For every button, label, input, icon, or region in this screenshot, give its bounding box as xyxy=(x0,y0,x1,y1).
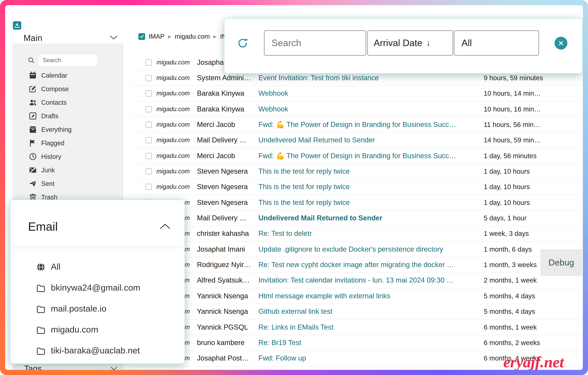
message-subject-link[interactable]: Fwd: 💪 The Power of Design in Branding f… xyxy=(258,121,484,129)
sidebar-item-label: History xyxy=(41,153,61,160)
message-subject-link[interactable]: Fwd: 💪 The Power of Design in Branding f… xyxy=(258,152,484,160)
message-checkbox[interactable] xyxy=(146,137,152,143)
message-row[interactable]: migadu.com Steven Ngesera This is the te… xyxy=(131,164,583,179)
sidebar-item-label: Contacts xyxy=(41,99,67,106)
imap-checkbox[interactable] xyxy=(138,33,145,40)
message-subject-link[interactable]: This is the test for reply twice xyxy=(258,199,484,207)
sidebar-item-compose[interactable]: Compose xyxy=(12,82,122,96)
sidebar-item-drafts[interactable]: Drafts xyxy=(12,109,122,123)
message-account: migadu.com xyxy=(157,152,195,159)
message-time: 2 months, 1 week xyxy=(484,276,583,284)
message-row[interactable]: migadu.com Yannick Nsenga Github externa… xyxy=(131,304,583,320)
message-sender: System Admini… xyxy=(197,74,256,82)
sidebar-item-label: Sent xyxy=(41,180,54,187)
message-subject-link[interactable]: Webhook xyxy=(258,89,484,98)
message-row[interactable]: migadu.com Steven Ngesera This is the te… xyxy=(131,195,583,210)
sidebar-item-label: Flagged xyxy=(41,139,64,147)
message-subject-link[interactable]: Re: Links in EMails Test xyxy=(258,323,484,331)
message-row[interactable]: migadu.com bruno kambere Re: Br19 Test 6… xyxy=(131,335,583,351)
message-time: 1 day, 10 hours xyxy=(484,183,583,191)
breadcrumb-account[interactable]: migadu.com xyxy=(175,33,210,40)
sidebar-search-input[interactable] xyxy=(38,54,98,67)
message-checkbox[interactable] xyxy=(146,184,152,190)
email-panel-header[interactable]: Email xyxy=(10,200,184,247)
message-row[interactable]: migadu.com Josaphat Imani Update .gitign… xyxy=(131,242,583,257)
message-subject-link[interactable]: Fwd: Follow up xyxy=(258,354,484,363)
message-row[interactable]: migadu.com Mail Delivery … Undelivered M… xyxy=(131,210,583,226)
close-button[interactable] xyxy=(555,37,567,49)
sort-button[interactable]: Arrival Date ↓ xyxy=(367,30,453,56)
message-subject-link[interactable]: Update .gitignore to exclude Docker's pe… xyxy=(258,245,484,254)
message-row[interactable]: migadu.com Mail Delivery … Undelivered M… xyxy=(131,132,583,148)
message-sender: Mail Delivery … xyxy=(197,214,256,222)
debug-button[interactable]: Debug xyxy=(540,249,582,276)
message-row[interactable]: migadu.com Alfred Syatsuk… Invitation: T… xyxy=(131,273,583,288)
email-folder-account[interactable]: tiki-baraka@uaclab.net xyxy=(10,340,184,361)
message-subject-link[interactable]: Webhook xyxy=(258,105,484,113)
breadcrumb-source[interactable]: IMAP xyxy=(149,33,165,40)
folder-icon xyxy=(36,346,46,355)
tags-title: Tags xyxy=(24,364,42,370)
message-subject-link[interactable]: This is the test for reply twice xyxy=(258,167,484,176)
message-account: migadu.com xyxy=(157,137,195,144)
message-subject-link[interactable]: Event Invitation: Test from tiki instanc… xyxy=(258,74,484,82)
message-subject-link[interactable]: Html message example with external links xyxy=(258,292,484,300)
sidebar-item-flagged[interactable]: Flagged xyxy=(12,136,122,150)
email-folder-account[interactable]: mail.postale.io xyxy=(10,298,184,319)
refresh-icon[interactable] xyxy=(237,37,249,49)
message-sender: Merci Jacob xyxy=(197,152,256,160)
search-icon xyxy=(28,57,35,64)
message-checkbox[interactable] xyxy=(146,90,152,97)
message-subject-link[interactable]: Re: Test to deletr xyxy=(258,230,484,238)
sidebar-item-sent[interactable]: Sent xyxy=(12,177,122,190)
message-sender: Steven Ngesera xyxy=(197,199,256,207)
sidebar-item-everything[interactable]: Everything xyxy=(12,123,122,136)
sidebar-item-label: Everything xyxy=(41,126,72,133)
sidebar-main-header[interactable]: Main xyxy=(23,31,117,45)
message-subject-link[interactable]: Undelivered Mail Returned to Sender xyxy=(258,214,484,222)
message-subject-link[interactable]: Undelivered Mail Returned to Sender xyxy=(258,136,484,144)
message-row[interactable]: migadu.com Baraka Kinywa Webhook 10 hour… xyxy=(131,86,583,101)
message-row[interactable]: migadu.com Baraka Kinywa Webhook 10 hour… xyxy=(131,101,583,117)
message-subject-link[interactable]: Invitation: Test calendar invitations - … xyxy=(258,276,484,285)
message-subject-link[interactable]: Re: Test new cypht docker image after mi… xyxy=(258,261,484,269)
breadcrumb-arrow-icon: ▶ xyxy=(168,34,171,39)
message-checkbox[interactable] xyxy=(146,168,152,175)
app-logo-icon[interactable] xyxy=(13,21,21,30)
message-account: migadu.com xyxy=(157,184,195,191)
message-row[interactable]: migadu.com Yannick PGSQL Re: Links in EM… xyxy=(131,320,583,335)
message-time: 5 days, 1 hour xyxy=(484,214,583,222)
filter-select[interactable]: All xyxy=(454,30,539,56)
sidebar-item-label: Trash xyxy=(41,193,57,201)
message-subject-link[interactable]: This is the test for reply twice xyxy=(258,183,484,191)
sidebar-item-calendar[interactable]: Calendar xyxy=(12,69,122,82)
message-row[interactable]: migadu.com Yannick Nsenga Html message e… xyxy=(131,288,583,304)
email-folder-label: migadu.com xyxy=(51,325,98,335)
sidebar-item-label: Drafts xyxy=(41,112,58,120)
message-subject-link[interactable]: Re: Br19 Test xyxy=(258,339,484,347)
sidebar-item-junk[interactable]: Junk xyxy=(12,163,122,177)
email-folders-panel: Email All bkinywa24@gmail.com xyxy=(10,200,184,364)
message-sender: Josaphat Imani xyxy=(197,245,256,254)
message-row[interactable]: migadu.com Steven Ngesera This is the te… xyxy=(131,179,583,195)
email-folder-label: All xyxy=(51,262,61,272)
message-checkbox[interactable] xyxy=(146,153,152,159)
sidebar-item-contacts[interactable]: Contacts xyxy=(12,96,122,109)
message-row[interactable]: migadu.com Merci Jacob Fwd: 💪 The Power … xyxy=(131,117,583,133)
message-checkbox[interactable] xyxy=(146,121,152,128)
message-row[interactable]: migadu.com christer kahasha Re: Test to … xyxy=(131,226,583,242)
sidebar-item-history[interactable]: History xyxy=(12,150,122,163)
message-row[interactable]: migadu.com Merci Jacob Fwd: 💪 The Power … xyxy=(131,148,583,164)
email-folder-account[interactable]: migadu.com xyxy=(10,319,184,340)
message-checkbox[interactable] xyxy=(146,106,152,112)
chevron-up-icon[interactable] xyxy=(160,223,170,230)
message-checkbox[interactable] xyxy=(146,59,152,66)
email-folder-all[interactable]: All xyxy=(10,256,184,277)
message-row[interactable]: migadu.com Rodriguez Nyir… Re: Test new … xyxy=(131,257,583,273)
message-sender: Alfred Syatsuk… xyxy=(197,276,256,285)
message-subject-link[interactable]: Github external link test xyxy=(258,307,484,316)
tags-section-header[interactable]: Tags xyxy=(24,364,117,370)
message-checkbox[interactable] xyxy=(146,75,152,81)
message-search-input[interactable] xyxy=(264,30,366,56)
email-folder-account[interactable]: bkinywa24@gmail.com xyxy=(10,277,184,298)
